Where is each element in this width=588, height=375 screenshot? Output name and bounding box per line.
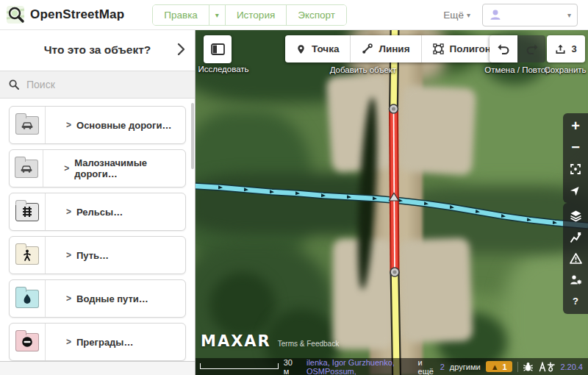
point-pin-icon: [296, 43, 306, 55]
redo-icon: [526, 43, 538, 55]
header-nav: Правка ▾ История Экспорт: [152, 4, 347, 26]
osm-brand[interactable]: OpenStreetMap: [6, 5, 124, 24]
issues-warning-icon: [570, 253, 582, 264]
export-button[interactable]: Экспорт: [286, 5, 346, 25]
zoom-out-button[interactable]: −: [563, 137, 588, 158]
undo-icon: [498, 43, 510, 55]
editor-sidebar: Что это за объект? >Основные дороги… >Ма…: [0, 29, 196, 375]
save-button[interactable]: 3: [547, 35, 585, 63]
more-contributors-link[interactable]: 2: [440, 362, 445, 371]
category-barriers[interactable]: >Преграды…: [9, 323, 186, 361]
status-bar: 30 м ilenka, Igor Gurzhuenko, OSMPossum,…: [195, 358, 588, 375]
locale-icon[interactable]: [539, 362, 555, 372]
brand-title: OpenStreetMap: [30, 7, 124, 22]
undo-button[interactable]: [490, 35, 517, 63]
category-waterways[interactable]: >Водные пути…: [9, 279, 186, 318]
railway-folder-icon: [15, 203, 39, 221]
way-vertex-top[interactable]: [390, 104, 398, 113]
way-vertex-bottom[interactable]: [390, 268, 399, 276]
category-major-roads[interactable]: >Основные дороги…: [9, 106, 186, 144]
map-canvas[interactable]: Исследовать Точка Линия Полигон Добавить…: [195, 29, 588, 375]
version-link[interactable]: 2.20.4: [560, 362, 583, 371]
polygon-tool-icon: [433, 43, 444, 54]
search-icon: [9, 79, 19, 90]
edit-menu-caret[interactable]: ▾: [209, 5, 225, 25]
upload-icon: [555, 43, 566, 55]
issues-count-badge[interactable]: ▲ 1: [486, 361, 512, 372]
scale-label: 30 м: [284, 358, 296, 375]
chevron-right-icon[interactable]: [177, 43, 185, 56]
barrier-folder-icon: [15, 333, 39, 351]
osm-logo-icon: [6, 5, 25, 24]
zoom-in-button[interactable]: +: [563, 115, 588, 137]
editor-toolbar: Исследовать Точка Линия Полигон Добавить…: [195, 29, 588, 100]
pedestrian-folder-icon: [15, 246, 39, 265]
sidebar-scrollbar[interactable]: [191, 103, 194, 169]
sidebar-toggle-icon: [211, 43, 225, 55]
imagery-terms-link[interactable]: Terms & Feedback: [278, 340, 339, 348]
map-data-button[interactable]: [563, 226, 588, 248]
bearing-button[interactable]: [563, 179, 588, 201]
geolocate-icon: [570, 163, 581, 175]
scale-bar: [200, 363, 279, 369]
add-object-label: Добавить объект: [285, 65, 441, 74]
save-label: Сохранить: [528, 65, 588, 74]
map-data-icon: [570, 232, 581, 243]
site-header: OpenStreetMap Правка ▾ История Экспорт Е…: [0, 0, 588, 30]
search-bar: [0, 71, 195, 99]
chevron-down-icon: ▾: [567, 11, 571, 19]
car-folder-icon: [15, 116, 39, 135]
add-line-button[interactable]: Линия: [350, 35, 420, 63]
car-folder-icon: [15, 160, 38, 178]
category-rails[interactable]: >Рельсы…: [9, 193, 186, 231]
geolocate-button[interactable]: [563, 158, 588, 179]
category-paths[interactable]: >Путь…: [9, 236, 186, 274]
selected-bridge-way[interactable]: [394, 109, 395, 272]
user-menu[interactable]: ▾: [482, 4, 578, 26]
bearing-icon: [570, 185, 581, 196]
map-panel-controls: ?: [563, 203, 588, 314]
line-tool-icon: [362, 43, 373, 54]
edit-button[interactable]: Правка: [153, 5, 209, 25]
issues-button[interactable]: [563, 248, 588, 269]
more-menu[interactable]: Ещё▾: [443, 10, 470, 21]
search-input[interactable]: [25, 78, 175, 91]
preset-category-list: >Основные дороги… >Малозначимые дороги… …: [0, 98, 195, 362]
category-minor-roads[interactable]: >Малозначимые дороги…: [9, 149, 186, 188]
maxar-logo[interactable]: MAXAR: [201, 332, 271, 350]
add-point-button[interactable]: Точка: [285, 35, 350, 63]
report-bug-icon[interactable]: [523, 362, 534, 372]
browse-label: Исследовать: [195, 65, 257, 74]
layers-button[interactable]: [563, 205, 588, 226]
sidebar-footer: [0, 361, 195, 375]
layers-icon: [570, 210, 582, 222]
user-avatar-icon: [489, 8, 502, 21]
warning-icon: ▲: [491, 362, 499, 371]
contributors-links[interactable]: ilenka, Igor Gurzhuenko, OSMPossum,: [306, 358, 413, 375]
save-count: 3: [571, 43, 576, 54]
help-button[interactable]: ?: [563, 290, 588, 312]
add-object-group: Точка Линия Полигон: [285, 35, 502, 63]
sidebar-title: Что это за объект?: [44, 43, 151, 57]
browse-mode-button[interactable]: [204, 35, 232, 63]
chevron-down-icon: ▾: [467, 11, 470, 19]
zoom-controls: + −: [563, 113, 588, 203]
water-folder-icon: [15, 290, 39, 308]
user-settings-icon: [570, 274, 582, 285]
history-button[interactable]: История: [225, 5, 286, 25]
redo-button[interactable]: [517, 35, 545, 63]
preferences-button[interactable]: [563, 269, 588, 290]
